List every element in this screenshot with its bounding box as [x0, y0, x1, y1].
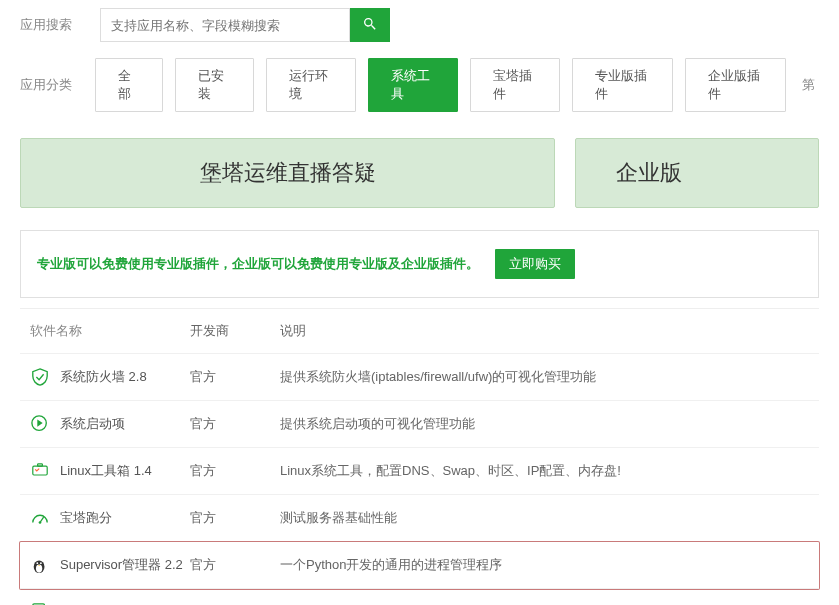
notice-text: 专业版可以免费使用专业版插件，企业版可以免费使用专业版及企业版插件。 — [37, 255, 479, 273]
category-tab-5[interactable]: 专业版插件 — [572, 58, 673, 112]
header-dev: 开发商 — [190, 322, 280, 340]
category-tab-0[interactable]: 全部 — [95, 58, 163, 112]
cell-dev: 官方 — [190, 415, 280, 433]
category-row: 应用分类 全部已安装运行环境系统工具宝塔插件专业版插件企业版插件第 — [0, 50, 839, 120]
category-more[interactable]: 第 — [798, 68, 819, 102]
play-icon — [30, 414, 50, 434]
category-label: 应用分类 — [20, 76, 95, 94]
header-desc: 说明 — [280, 322, 809, 340]
cell-name: Linux工具箱 1.4 — [30, 461, 190, 481]
app-name: Supervisor管理器 2.2 — [60, 556, 183, 574]
banner-main[interactable]: 堡塔运维直播答疑 — [20, 138, 555, 208]
table-header: 软件名称 开发商 说明 — [20, 309, 819, 354]
gauge-icon — [30, 508, 50, 528]
cell-dev: 官方 — [190, 368, 280, 386]
table-row[interactable]: 系统启动项官方提供系统启动项的可视化管理功能 — [20, 401, 819, 448]
table-row[interactable]: Linux工具箱 1.4官方Linux系统工具，配置DNS、Swap、时区、IP… — [20, 448, 819, 495]
cell-dev: 官方 — [190, 509, 280, 527]
category-tab-1[interactable]: 已安装 — [175, 58, 254, 112]
app-name: 宝塔跑分 — [60, 509, 112, 527]
table-row[interactable]: Supervisor管理器 2.2官方一个Python开发的通用的进程管理程序 — [20, 542, 819, 589]
table-row[interactable]: 宝塔跑分官方测试服务器基础性能 — [20, 495, 819, 542]
buy-now-button[interactable]: 立即购买 — [495, 249, 575, 279]
app-name: 系统启动项 — [60, 415, 125, 433]
cell-name: 系统防火墙 2.8 — [30, 367, 190, 387]
category-tab-3[interactable]: 系统工具 — [368, 58, 458, 112]
penguin-icon — [30, 555, 50, 575]
category-tab-4[interactable]: 宝塔插件 — [470, 58, 560, 112]
category-tab-6[interactable]: 企业版插件 — [685, 58, 786, 112]
cell-desc: 提供系统启动项的可视化管理功能 — [280, 415, 809, 433]
cell-name: 系统启动项 — [30, 414, 190, 434]
box-icon — [30, 461, 50, 481]
notice-bar: 专业版可以免费使用专业版插件，企业版可以免费使用专业版及企业版插件。 立即购买 — [20, 230, 819, 298]
cell-desc: 一个Python开发的通用的进程管理程序 — [280, 556, 809, 574]
app-name: Linux工具箱 1.4 — [60, 462, 152, 480]
shield-icon — [30, 367, 50, 387]
cell-desc: 测试服务器基础性能 — [280, 509, 809, 527]
header-name: 软件名称 — [30, 322, 190, 340]
cell-desc: 提供系统防火墙(iptables/firewall/ufw)的可视化管理功能 — [280, 368, 809, 386]
cell-name: 宝塔跑分 — [30, 508, 190, 528]
cell-name: Supervisor管理器 2.2 — [30, 555, 190, 575]
search-row: 应用搜索 — [0, 0, 839, 50]
cell-desc: Linux系统工具，配置DNS、Swap、时区、IP配置、内存盘! — [280, 462, 809, 480]
software-table: 软件名称 开发商 说明 系统防火墙 2.8官方提供系统防火墙(iptables/… — [20, 308, 819, 605]
banner-side[interactable]: 企业版 — [575, 138, 819, 208]
cell-dev: 官方 — [190, 556, 280, 574]
table-row[interactable]: 日志清理工具官方一键清理指定日志和系统垃圾 — [20, 589, 819, 605]
search-icon — [362, 16, 378, 35]
search-button[interactable] — [350, 8, 390, 42]
cell-dev: 官方 — [190, 462, 280, 480]
banner-row: 堡塔运维直播答疑 企业版 — [0, 120, 839, 220]
search-label: 应用搜索 — [20, 16, 100, 34]
table-row[interactable]: 系统防火墙 2.8官方提供系统防火墙(iptables/firewall/ufw… — [20, 354, 819, 401]
search-input[interactable] — [100, 8, 350, 42]
category-tab-2[interactable]: 运行环境 — [266, 58, 356, 112]
app-name: 系统防火墙 2.8 — [60, 368, 147, 386]
